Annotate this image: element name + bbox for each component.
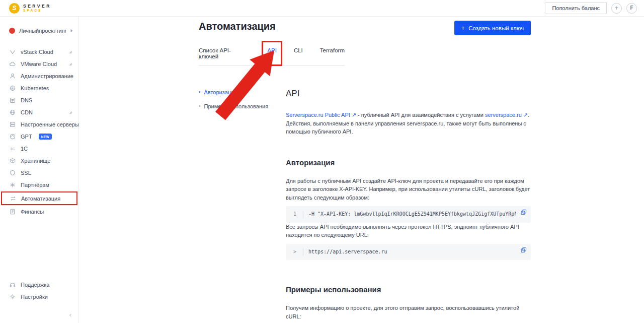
copy-icon[interactable]	[521, 247, 527, 253]
brand-wordmark: SERVER SPACE	[23, 4, 51, 13]
tab-terraform[interactable]: Terraform	[320, 44, 345, 65]
tab-api-keys-list[interactable]: Список API-ключей	[199, 44, 250, 65]
sidebar-item-ssl[interactable]: SSL	[0, 167, 78, 179]
authorization-heading: Авторизация	[286, 158, 531, 167]
subnav-item-usage-examples[interactable]: Примеры использования	[199, 103, 286, 110]
tab-cli[interactable]: CLI	[294, 44, 303, 65]
sidebar-item-finance[interactable]: Финансы	[0, 206, 78, 218]
sidebar-item-automation[interactable]: Автоматизация	[1, 191, 77, 205]
usage-examples-section: Примеры использования Получим информацию…	[286, 285, 531, 323]
tab-api[interactable]: API	[267, 44, 277, 65]
https-paragraph: Все запросы API необходимо выполнять чер…	[286, 223, 531, 239]
project-selector[interactable]: Личныйпроекттипот...	[0, 17, 78, 41]
code-block-api-key-header: 1 -H "X-API-KEY: lmGwbvllpIqIrKROOCLgE5Z…	[286, 206, 531, 223]
svg-text:1С: 1С	[10, 147, 15, 151]
project-avatar-dot	[9, 28, 15, 34]
expand-icon	[69, 50, 72, 54]
sidebar-nav: vStack Cloud VMware Cloud Администрирова…	[0, 46, 78, 218]
automation-arrows-icon	[10, 195, 17, 202]
sidebar-item-1c[interactable]: 1С 1C	[0, 143, 78, 155]
sidebar-collapse-button[interactable]: ‹	[69, 311, 71, 318]
vstack-icon	[9, 48, 16, 55]
sidebar: Личныйпроекттипот... vStack Cloud VMware…	[0, 17, 79, 323]
partners-icon	[9, 181, 16, 188]
sidebar-item-kubernetes[interactable]: Kubernetes	[0, 82, 78, 94]
1c-icon: 1С	[9, 145, 16, 152]
public-api-link[interactable]: Serverspace.ru Public API ↗	[286, 112, 356, 118]
serverspace-logo-icon: S	[9, 3, 20, 14]
doc-subnav: Авторизация Примеры использования	[199, 89, 286, 323]
authorization-section: Авторизация Для работы с публичным API с…	[286, 158, 531, 261]
sidebar-item-cdn[interactable]: CDN	[0, 106, 78, 118]
expand-icon	[69, 62, 72, 66]
support-headset-icon	[9, 281, 16, 288]
tab-bar: Список API-ключей API CLI Terraform	[199, 44, 345, 66]
finance-doc-icon	[9, 208, 16, 215]
add-button[interactable]: +	[611, 3, 622, 14]
sidebar-item-dns[interactable]: DNS	[0, 94, 78, 106]
authorization-paragraph: Для работы с публичным API создайте API-…	[286, 177, 531, 202]
settings-gear-icon	[9, 293, 16, 300]
chevron-right-icon	[70, 29, 73, 33]
sidebar-item-vmware-cloud[interactable]: VMware Cloud	[0, 58, 78, 70]
kubernetes-wheel-icon	[9, 85, 16, 92]
examples-paragraph: Получим информацию о проекте, для этого …	[286, 304, 531, 320]
storage-icon	[9, 157, 16, 164]
ssl-shield-icon	[9, 169, 16, 176]
project-name: Личныйпроекттипот...	[19, 28, 66, 34]
api-doc-article: API Serverspace.ru Public API ↗ - публич…	[286, 89, 531, 323]
cloud-icon	[9, 60, 16, 68]
api-tab-annotation-box	[262, 41, 282, 66]
brand-line1: SERVER	[23, 4, 51, 9]
top-bar: S SERVER SPACE Пополнить баланс + F	[0, 0, 644, 17]
sidebar-item-partners[interactable]: Партнёрам	[0, 179, 78, 191]
gpt-icon	[9, 133, 16, 140]
sidebar-item-configured-servers[interactable]: Настроенные серверы	[0, 118, 78, 131]
serverspace-logo[interactable]: S SERVER SPACE	[9, 3, 51, 14]
sidebar-bottom: Поддержка Настройки	[0, 279, 78, 303]
globe-icon	[9, 109, 16, 116]
main-content: Автоматизация + Создать новый ключ Списо…	[79, 17, 644, 323]
sidebar-item-support[interactable]: Поддержка	[0, 279, 78, 291]
serverspace-link[interactable]: serverspace.ru ↗	[485, 112, 528, 118]
brand-line2: SPACE	[23, 9, 51, 13]
top-up-balance-button[interactable]: Пополнить баланс	[545, 2, 607, 14]
profile-avatar[interactable]: F	[626, 3, 637, 14]
api-intro-paragraph: Serverspace.ru Public API ↗ - публичный …	[286, 111, 531, 136]
sidebar-item-vstack-cloud[interactable]: vStack Cloud	[0, 46, 78, 58]
user-icon	[9, 73, 16, 80]
new-badge: NEW	[39, 134, 52, 140]
copy-icon[interactable]	[521, 209, 527, 215]
dns-icon	[9, 97, 16, 104]
sidebar-item-gpt[interactable]: GPT NEW	[0, 131, 78, 143]
code-block-endpoint-url: > https://api.serverspace.ru	[286, 244, 531, 261]
subnav-item-authorization[interactable]: Авторизация	[199, 89, 286, 96]
server-icon	[9, 121, 16, 128]
api-section-heading: API	[286, 89, 531, 99]
sidebar-item-settings[interactable]: Настройки	[0, 291, 78, 303]
topbar-actions: Пополнить баланс + F	[545, 2, 637, 14]
page-title: Автоматизация	[199, 21, 276, 32]
sidebar-item-storage[interactable]: Хранилище	[0, 155, 78, 167]
plus-icon: +	[461, 25, 465, 31]
sidebar-item-administration[interactable]: Администрирование	[0, 70, 78, 82]
usage-examples-heading: Примеры использования	[286, 285, 531, 294]
create-new-key-button[interactable]: + Создать новый ключ	[454, 21, 531, 35]
expand-icon	[69, 111, 72, 114]
